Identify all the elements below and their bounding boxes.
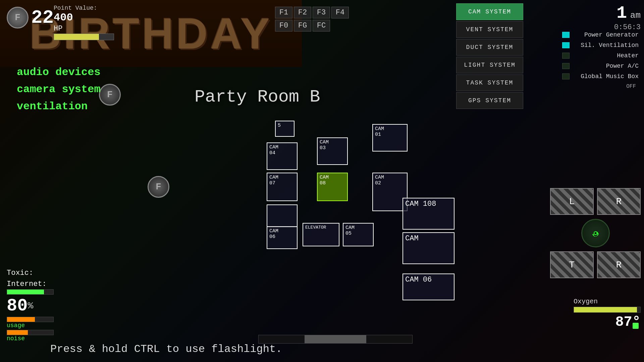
hp-bar-fill [54, 34, 99, 40]
power-ac-label: Power A/C [572, 63, 639, 69]
right-arrow-btn[interactable]: R [597, 188, 641, 215]
oxygen-temp: 87° [574, 314, 641, 330]
time-display: 1 am 0:56:3 [614, 3, 641, 32]
cam-system-btn[interactable]: CAM SYSTEM [456, 3, 523, 20]
power-ac-indicator [562, 63, 570, 69]
cam-plain-label: CAM [405, 234, 419, 243]
arrow-row-top: L R [550, 188, 641, 215]
hud-score: F 22 [7, 7, 54, 28]
f-token-2: F [148, 176, 169, 198]
time-hour: 1 [616, 3, 627, 23]
cam-node-elevator[interactable]: ELEVATOR [303, 223, 339, 246]
room-label: Party Room B [195, 87, 320, 107]
sil-ventilation-label: Sil. Ventilation [572, 42, 639, 49]
func-row-2: F0 FG FC [275, 20, 349, 32]
arrow-row-bottom: T R [550, 251, 641, 278]
r2-arrow-btn[interactable]: R [597, 251, 641, 278]
f2-key[interactable]: F2 [294, 7, 311, 18]
subsystem-panel: Power Generator Sil. Ventilation Heater … [560, 30, 641, 91]
internet-symbol: % [28, 301, 33, 311]
coin-icon: F [7, 7, 29, 28]
off-label: OFF [562, 83, 639, 89]
fc-key[interactable]: FC [313, 20, 330, 32]
audio-devices-label: audio devices [17, 64, 101, 81]
bottom-message: Press & hold CTRL to use flashlight. [50, 343, 282, 355]
svg-point-1 [594, 232, 597, 234]
time-ampm: am [630, 10, 641, 20]
cam-node-07[interactable]: CAM07 [267, 173, 298, 201]
f3-key[interactable]: F3 [313, 7, 330, 18]
heater-indicator [562, 53, 570, 59]
camera-system-label: camera system [17, 81, 101, 98]
cam-extended-nodes: CAM 108 CAM CAM 06 [402, 198, 454, 300]
time-seconds: 0:56:3 [614, 23, 641, 32]
power-generator-label: Power Generator [572, 32, 639, 38]
biohazard-container [550, 219, 641, 247]
cam-scrollbar-thumb [305, 335, 366, 343]
duct-system-btn[interactable]: DUCT SYSTEM [456, 39, 523, 56]
cam-node-5[interactable]: 5 [275, 121, 294, 137]
gps-system-btn[interactable]: GPS SYSTEM [456, 92, 523, 109]
power-generator-item: Power Generator [560, 30, 641, 40]
cam-node-blank1[interactable] [267, 204, 298, 227]
power-ac-item: Power A/C [560, 61, 641, 71]
sil-ventilation-indicator [562, 42, 570, 48]
cam-node-108[interactable]: CAM 108 [402, 198, 454, 230]
internet-bar-background [7, 289, 54, 295]
power-generator-indicator [562, 32, 570, 38]
cam-map: 5 CAM04 CAM03 CAM01 CAM07 CAM08 CAM02 CA… [258, 121, 413, 245]
oxygen-indicator [633, 323, 639, 329]
func-row-1: F1 F2 F3 F4 [275, 7, 349, 18]
noise-label: noise [7, 335, 74, 342]
cam-node-08[interactable]: CAM08 [317, 173, 348, 201]
left-systems-list: audio devices camera system ventilation [17, 64, 101, 115]
heater-item: Heater [560, 51, 641, 60]
point-value-label: Point Value: [54, 5, 114, 11]
internet-label: Internet: [7, 280, 74, 288]
f0-key[interactable]: F0 [275, 20, 292, 32]
off-item: OFF [560, 82, 641, 91]
light-system-btn[interactable]: LIGHT SYSTEM [456, 57, 523, 73]
cam-node-06[interactable]: CAM06 [267, 226, 298, 249]
cam-node-03[interactable]: CAM03 [317, 137, 348, 165]
fg-key[interactable]: FG [294, 20, 311, 32]
left-arrow-btn[interactable]: L [550, 188, 594, 215]
cam-06-ext-label: CAM 06 [405, 276, 432, 284]
arrow-controls: L R T R [550, 188, 641, 278]
biohazard-btn[interactable] [581, 219, 610, 247]
ventilation-label: ventilation [17, 98, 101, 115]
task-system-btn[interactable]: TASK SYSTEM [456, 74, 523, 91]
f4-key[interactable]: F4 [331, 7, 349, 18]
vent-system-btn[interactable]: VENT SYSTEM [456, 21, 523, 38]
cam-node-01[interactable]: CAM01 [372, 124, 408, 152]
hold-text: & hold CTRL to use flashlight. [89, 343, 282, 355]
cam-node-04[interactable]: CAM04 [267, 142, 298, 170]
f-token-1: F [99, 84, 121, 106]
cam-scrollbar[interactable] [258, 335, 413, 344]
coin-number: 22 [31, 7, 54, 28]
hp-section: Point Value: 400 HP [54, 5, 114, 40]
global-music-box-item: Global Music Box [560, 72, 641, 81]
biohazard-icon [586, 224, 605, 242]
function-keys: F1 F2 F3 F4 F0 FG FC [275, 7, 349, 32]
hp-bar-background [54, 34, 114, 40]
noise-bar-fill [7, 330, 28, 335]
oxygen-bar-background [574, 307, 641, 313]
t-arrow-btn[interactable]: T [550, 251, 594, 278]
cam-node-plain[interactable]: CAM [402, 232, 454, 264]
stats-panel: Toxic: Internet: 80% usage noise [7, 266, 74, 342]
internet-percent: 80 [7, 296, 28, 316]
cam-node-05[interactable]: CAM05 [343, 223, 374, 246]
cam-node-06-ext[interactable]: CAM 06 [402, 274, 454, 300]
oxygen-section: Oxygen 87° [574, 298, 641, 330]
noise-bar-background [7, 330, 54, 335]
toxic-label: Toxic: [7, 269, 74, 277]
heater-label: Heater [572, 52, 639, 59]
oxygen-label: Oxygen [574, 298, 641, 305]
press-text: Press [50, 343, 83, 355]
usage-label: usage [7, 322, 74, 329]
f1-key[interactable]: F1 [275, 7, 292, 18]
internet-bar-fill [7, 290, 44, 294]
sil-ventilation-item: Sil. Ventilation [560, 41, 641, 50]
oxygen-bar-fill [574, 307, 637, 312]
